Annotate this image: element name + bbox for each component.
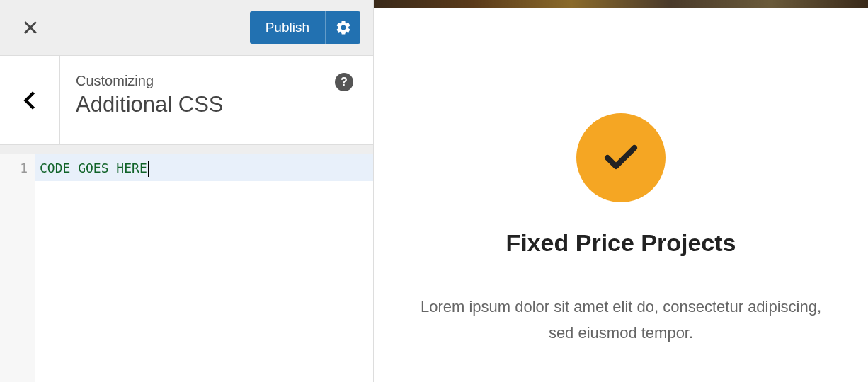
close-area (0, 0, 60, 55)
feature-block: Fixed Price Projects Lorem ipsum dolor s… (374, 8, 868, 382)
toolbar: Publish (0, 0, 373, 56)
publish-settings-button[interactable] (325, 11, 360, 44)
header-text: Customizing Additional CSS ? (60, 56, 373, 144)
feature-title: Fixed Price Projects (506, 229, 736, 257)
close-icon[interactable] (23, 20, 38, 35)
publish-group: Publish (250, 11, 360, 44)
chevron-left-icon (23, 91, 36, 110)
breadcrumb: Customizing (76, 73, 359, 89)
page-title: Additional CSS (76, 92, 359, 117)
feature-description: Lorem ipsum dolor sit amet elit do, cons… (409, 294, 833, 347)
gear-icon (335, 19, 352, 36)
code-line: CODE GOES HERE (35, 154, 373, 181)
help-button[interactable]: ? (335, 73, 353, 91)
css-editor: 1 CODE GOES HERE (0, 154, 373, 382)
section-header: Customizing Additional CSS ? (0, 56, 373, 145)
line-gutter: 1 (0, 154, 35, 382)
help-icon: ? (341, 76, 348, 88)
feature-icon-circle (576, 113, 666, 202)
customizer-sidebar: Publish Customizing Additional CSS ? 1 (0, 0, 374, 382)
line-number: 1 (0, 161, 28, 175)
publish-button[interactable]: Publish (250, 11, 325, 44)
hero-image-strip (374, 0, 868, 8)
code-area[interactable]: CODE GOES HERE (35, 154, 373, 382)
check-icon (603, 144, 639, 172)
text-cursor (148, 161, 149, 177)
preview-pane: Fixed Price Projects Lorem ipsum dolor s… (374, 0, 868, 382)
back-button[interactable] (0, 56, 60, 144)
